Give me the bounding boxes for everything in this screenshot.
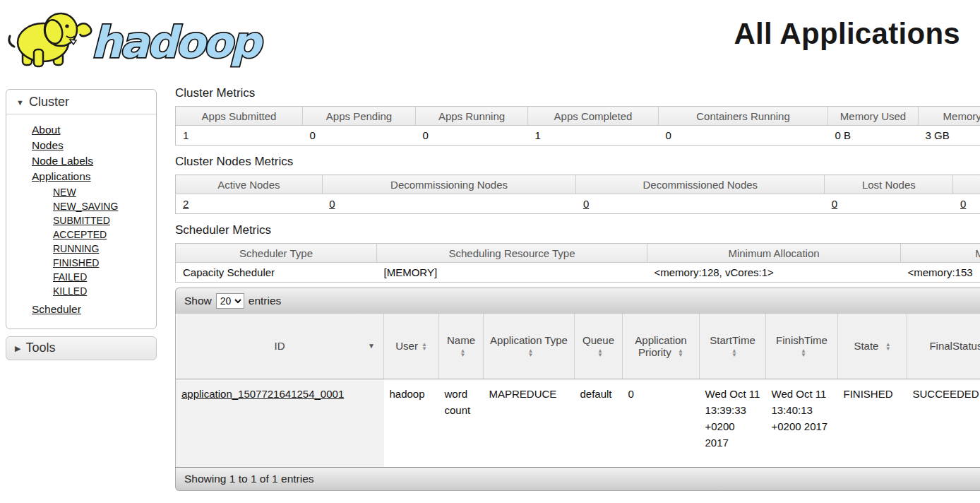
yarn-all-applications-page: hadoop All Applications ▼Cluster About N…	[0, 0, 980, 503]
sidebar-item-submitted: SUBMITTED	[53, 213, 156, 227]
tools-section-header[interactable]: ▶Tools	[6, 336, 157, 360]
col-header-application-type[interactable]: Application Type	[484, 314, 575, 379]
app-id-cell: application_1507721641254_0001	[176, 379, 384, 467]
cutoff-nodes-value: 0	[953, 194, 980, 214]
sidebar-item-about: About	[32, 122, 156, 137]
scheduling-resource-type-value: [MEMORY]	[377, 263, 647, 283]
col-header-name-label: Name	[447, 334, 475, 346]
col-header-id-label: ID	[275, 340, 285, 352]
col-header-queue-label: Queue	[582, 334, 614, 346]
col-header-application-priority[interactable]: Application Priority	[623, 314, 700, 379]
active-nodes-link[interactable]: 2	[183, 198, 189, 210]
sidebar-item-running: RUNNING	[53, 242, 156, 256]
page-size-select[interactable]: 20	[216, 293, 244, 309]
cluster-metrics-header-row: Apps Submitted Apps Pending Apps Running…	[176, 107, 980, 126]
col-header-memory-used: Memory Used	[828, 107, 919, 126]
cutoff-nodes-link[interactable]: 0	[960, 198, 966, 210]
app-starttime-cell: Wed Oct 11 13:39:33 +0200 2017	[700, 379, 766, 467]
state-running-link[interactable]: RUNNING	[53, 243, 99, 254]
state-new-saving-link[interactable]: NEW_SAVING	[53, 201, 118, 212]
col-header-decommissioned-nodes: Decommissioned Nodes	[576, 175, 825, 194]
col-header-apps-completed: Apps Completed	[528, 107, 659, 126]
sidebar-item-node-labels: Node Labels	[32, 153, 156, 168]
sort-icon	[597, 349, 603, 357]
col-header-state[interactable]: State	[838, 314, 907, 379]
cluster-section-header[interactable]: ▼Cluster	[6, 90, 156, 114]
apps-completed-value: 1	[528, 126, 659, 146]
cluster-nav-box: ▼Cluster About Nodes Node Labels Applica…	[6, 89, 157, 329]
lost-nodes-value: 0	[825, 194, 953, 214]
scheduler-link[interactable]: Scheduler	[32, 303, 81, 315]
table-info-bar: Showing 1 to 1 of 1 entries	[175, 468, 980, 491]
col-header-apps-running: Apps Running	[416, 107, 528, 126]
about-link[interactable]: About	[32, 124, 61, 136]
sidebar-item-new-saving: NEW_SAVING	[53, 199, 156, 213]
col-header-name[interactable]: Name	[439, 314, 484, 379]
col-header-user[interactable]: User	[384, 314, 439, 379]
sort-icon	[422, 343, 427, 351]
decommissioned-nodes-link[interactable]: 0	[583, 198, 589, 210]
app-type-cell: MAPREDUCE	[484, 379, 575, 467]
col-header-user-label: User	[395, 340, 418, 352]
scheduler-metrics-value-row: Capacity Scheduler [MEMORY] <memory:128,…	[176, 263, 980, 283]
memory-total-value: 3 GB	[919, 126, 980, 146]
maximum-allocation-value: <memory:153	[901, 263, 980, 283]
cluster-nodes-metrics-table: Active Nodes Decommissioning Nodes Decom…	[175, 174, 980, 214]
entries-label: entries	[249, 295, 282, 307]
state-new-link[interactable]: NEW	[53, 187, 76, 198]
node-labels-link[interactable]: Node Labels	[32, 155, 93, 167]
col-header-queue[interactable]: Queue	[575, 314, 623, 379]
state-killed-link[interactable]: KILLED	[53, 285, 87, 297]
col-header-finalstatus[interactable]: FinalStatus	[907, 314, 980, 379]
cluster-section-label: Cluster	[29, 95, 69, 109]
app-finishtime-cell: Wed Oct 11 13:40:13 +0200 2017	[766, 379, 838, 467]
state-finished-link[interactable]: FINISHED	[53, 257, 99, 268]
scheduler-metrics-table: Scheduler Type Scheduling Resource Type …	[175, 243, 980, 283]
col-header-finishtime-label: FinishTime	[776, 334, 827, 346]
sort-icon	[460, 349, 466, 357]
col-header-starttime[interactable]: StartTime	[700, 314, 766, 379]
elephant-icon	[9, 13, 91, 66]
app-user-cell: hadoop	[384, 379, 439, 467]
state-accepted-link[interactable]: ACCEPTED	[53, 229, 107, 240]
active-nodes-value: 2	[176, 194, 323, 214]
nodes-link[interactable]: Nodes	[32, 139, 64, 151]
col-header-starttime-label: StartTime	[710, 334, 755, 346]
col-header-scheduling-resource-type: Scheduling Resource Type	[377, 244, 647, 263]
sort-icon	[678, 349, 683, 357]
sidebar: ▼Cluster About Nodes Node Labels Applica…	[6, 89, 157, 360]
sort-icon	[731, 349, 737, 357]
sidebar-item-finished: FINISHED	[53, 256, 156, 270]
col-header-id[interactable]: ID	[176, 314, 384, 379]
state-failed-link[interactable]: FAILED	[53, 271, 87, 283]
sidebar-item-failed: FAILED	[53, 270, 156, 284]
table-info-text: Showing 1 to 1 of 1 entries	[184, 473, 314, 485]
sort-desc-icon	[368, 342, 375, 350]
main-content: Cluster Metrics Apps Submitted Apps Pend…	[175, 86, 980, 491]
col-header-state-label: State	[854, 340, 878, 352]
col-header-application-type-label: Application Type	[490, 334, 568, 346]
scheduler-type-value: Capacity Scheduler	[176, 263, 377, 283]
app-name-cell: word count	[439, 379, 484, 467]
col-header-finalstatus-label: FinalStatus	[929, 340, 980, 352]
apps-submitted-value: 1	[176, 126, 303, 146]
nodes-metrics-value-row: 2 0 0 0 0	[176, 194, 980, 214]
scheduler-metrics-header-row: Scheduler Type Scheduling Resource Type …	[176, 244, 980, 263]
col-header-containers-running: Containers Running	[659, 107, 828, 126]
state-submitted-link[interactable]: SUBMITTED	[53, 215, 110, 226]
sort-icon	[801, 349, 806, 357]
apps-table-header-row: ID User Name Application Type Queue Appl…	[176, 314, 980, 379]
app-priority-cell: 0	[623, 379, 700, 467]
minimum-allocation-value: <memory:128, vCores:1>	[647, 263, 901, 283]
decommissioning-nodes-link[interactable]: 0	[329, 198, 335, 210]
app-finalstatus-cell: SUCCEEDED	[907, 379, 980, 467]
col-header-finishtime[interactable]: FinishTime	[766, 314, 838, 379]
sidebar-item-scheduler: Scheduler	[32, 302, 156, 316]
col-header-apps-pending: Apps Pending	[303, 107, 416, 126]
cluster-nav-list: About Nodes Node Labels Applications NEW…	[6, 122, 156, 316]
applications-link[interactable]: Applications	[32, 170, 91, 182]
col-header-memory-total: Memory Total	[919, 107, 980, 126]
nodes-metrics-header-row: Active Nodes Decommissioning Nodes Decom…	[176, 175, 980, 194]
lost-nodes-link[interactable]: 0	[832, 198, 837, 210]
app-id-link[interactable]: application_1507721641254_0001	[181, 388, 344, 400]
